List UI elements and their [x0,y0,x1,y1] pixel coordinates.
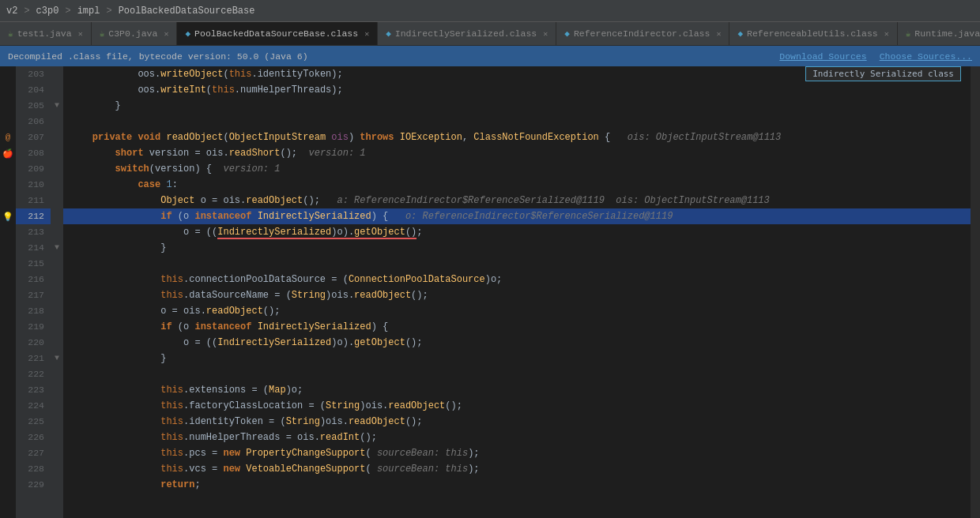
fold-gutter-cell [51,66,63,82]
line-number: 229 [16,477,51,493]
tab-test1[interactable]: ☕ test1.java ✕ [0,22,92,45]
fold-gutter-cell [51,177,63,193]
line-number: 213 [16,224,51,240]
line-number: 221 [16,351,51,366]
line-numbers: 2032042052062072082092102112122132142152… [16,66,51,518]
marker-cell [0,177,16,193]
tab-referenceindirector[interactable]: ◆ ReferenceIndirector.class ✕ [556,22,729,45]
tab-indirectly[interactable]: ◆ IndirectlySerialized.class ✕ [378,22,556,45]
code-line: this.pcs = new PropertyChangeSupport( so… [63,445,971,461]
code-line: } [63,351,971,366]
code-line: this.factoryClassLocation = (String)ois.… [63,398,971,414]
line-number: 223 [16,382,51,398]
fold-gutter-cell [51,224,63,240]
tab-icon-test1: ☕ [8,28,13,39]
line-number: 204 [16,82,51,98]
breadcrumb-c3p0: c3p0 [36,6,59,17]
marker-cell [0,445,16,461]
marker-cell [0,256,16,272]
download-sources-link[interactable]: Download Sources [779,51,866,62]
code-line [63,114,971,130]
line-number: 224 [16,398,51,414]
fold-gutter-cell [51,445,63,461]
tab-referenceableutils[interactable]: ◆ ReferenceableUtils.class ✕ [729,22,897,45]
breadcrumb-class: PoolBackedDataSourceBase [119,6,255,17]
tab-icon-c3p0: ☕ [100,28,105,39]
fold-gutter-cell [51,145,63,161]
close-indirectly[interactable]: ✕ [543,29,548,39]
line-number: 220 [16,335,51,351]
tab-runtime[interactable]: ☕ Runtime.java ✕ [898,22,980,45]
line-number: 207 [16,130,51,145]
fold-gutter-cell [51,319,63,335]
fold-gutter-cell [51,208,63,224]
marker-cell [0,114,16,130]
marker-cell [0,303,16,319]
tab-label-test1: test1.java [17,28,72,39]
close-test1[interactable]: ✕ [78,29,83,39]
fold-gutter-cell [51,461,63,477]
at-marker: @ [6,133,11,142]
marker-cell [0,193,16,208]
fold-gutter-cell [51,335,63,351]
breadcrumb-v2: v2 [6,6,17,17]
decompiled-message: Decompiled .class file, bytecode version… [8,51,308,62]
marker-cell: @ [0,130,16,145]
marker-cell [0,430,16,445]
fold-gutter-cell [51,477,63,493]
marker-cell [0,224,16,240]
fold-gutter-cell[interactable]: ▼ [51,240,63,256]
fold-gutter-cell [51,114,63,130]
fold-gutter-cell [51,193,63,208]
close-poolbacked[interactable]: ✕ [364,29,369,39]
code-line: this.extensions = (Map)o; [63,382,971,398]
fold-gutter-cell [51,303,63,319]
marker-cell [0,161,16,177]
code-line [63,256,971,272]
code-line: o = ois.readObject(); [63,303,971,319]
code-area: @🍎💡 203204205206207208209210211212213214… [0,66,980,518]
code-line [63,366,971,382]
tab-icon-refutils: ◆ [737,28,743,39]
marker-cell: 💡 [0,208,16,224]
marker-cell [0,240,16,256]
line-number: 222 [16,366,51,382]
tab-c3p0[interactable]: ☕ C3P0.java ✕ [92,22,178,45]
close-refind[interactable]: ✕ [716,29,721,39]
line-number: 212 [16,208,51,224]
code-line: } [63,98,971,114]
fold-gutter-cell [51,382,63,398]
marker-cell [0,414,16,430]
apple-marker: 🍎 [2,148,13,159]
bulb-marker: 💡 [2,212,13,222]
line-number: 205 [16,98,51,114]
tab-icon-runtime: ☕ [906,28,911,39]
line-number: 209 [16,161,51,177]
close-c3p0[interactable]: ✕ [164,29,168,39]
fold-gutter-cell[interactable]: ▼ [51,98,63,114]
code-line: switch(version) { version: 1 [63,161,971,177]
fold-gutter-cell [51,366,63,382]
close-refutils[interactable]: ✕ [884,29,889,39]
code-line: oos.writeInt(this.numHelperThreads); [63,82,971,98]
title-bar: v2 > c3p0 > impl > PoolBackedDataSourceB… [0,0,980,22]
tab-poolbacked[interactable]: ◆ PoolBackedDataSourceBase.class ✕ [177,22,378,45]
code-line: this.identityToken = (String)ois.readObj… [63,414,971,430]
line-number: 228 [16,461,51,477]
tab-icon-poolbacked: ◆ [185,28,190,39]
marker-cell [0,335,16,351]
fold-gutter-cell [51,430,63,445]
line-number: 225 [16,414,51,430]
line-number: 218 [16,303,51,319]
line-number: 206 [16,114,51,130]
choose-sources-link[interactable]: Choose Sources... [880,51,972,62]
scrollbar-right[interactable] [971,66,980,518]
code-line: Object o = ois.readObject(); a: Referenc… [63,193,971,208]
fold-gutter-cell[interactable]: ▼ [51,351,63,366]
fold-gutter-cell [51,272,63,287]
tab-label-indirectly: IndirectlySerialized.class [395,28,537,39]
tab-label-refind: ReferenceIndirector.class [574,28,710,39]
code-content[interactable]: oos.writeObject(this.identityToken); oos… [63,66,971,518]
marker-cell [0,351,16,366]
line-number: 203 [16,66,51,82]
